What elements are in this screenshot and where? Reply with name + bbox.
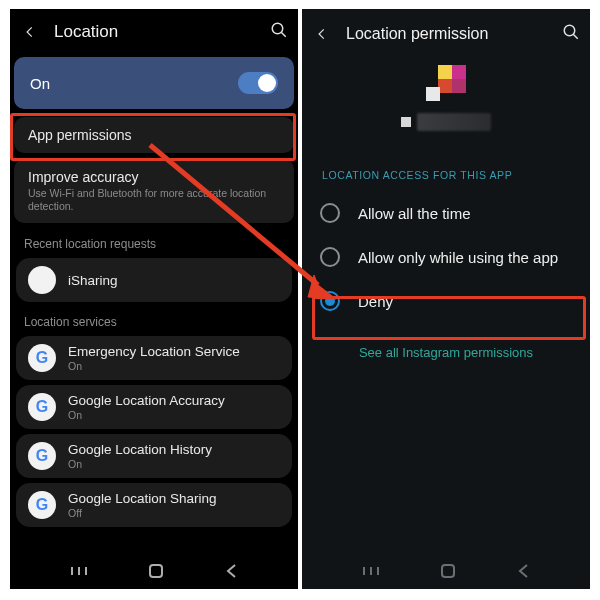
svg-point-0 <box>272 23 283 34</box>
home-icon[interactable] <box>439 562 457 584</box>
google-app-icon: G <box>28 393 56 421</box>
permission-section-caption: LOCATION ACCESS FOR THIS APP <box>302 141 590 191</box>
composite-screenshot: Location On App permissions Improve accu… <box>0 0 600 600</box>
page-title: Location <box>54 22 118 42</box>
search-icon[interactable] <box>562 23 580 45</box>
recent-apps-icon[interactable] <box>361 564 381 582</box>
radio-unselected-icon[interactable] <box>320 247 340 267</box>
obscured-text <box>417 113 491 131</box>
service-state: On <box>68 360 240 372</box>
google-app-icon: G <box>28 344 56 372</box>
service-name: Emergency Location Service <box>68 344 240 359</box>
obscured-square-icon <box>401 117 411 127</box>
home-icon[interactable] <box>147 562 165 584</box>
toggle-label: On <box>30 75 50 92</box>
location-master-toggle[interactable]: On <box>14 57 294 109</box>
service-emergency-location[interactable]: G Emergency Location Service On <box>16 336 292 380</box>
service-state: On <box>68 409 225 421</box>
service-google-location-sharing[interactable]: G Google Location Sharing Off <box>16 483 292 527</box>
back-icon[interactable] <box>312 24 332 44</box>
google-app-icon: G <box>28 442 56 470</box>
service-name: Google Location History <box>68 442 212 457</box>
option-label: Deny <box>358 293 393 310</box>
search-icon[interactable] <box>270 21 288 43</box>
google-app-icon: G <box>28 491 56 519</box>
option-deny[interactable]: Deny <box>302 279 590 323</box>
radio-selected-icon[interactable] <box>320 291 340 311</box>
app-name: iSharing <box>68 273 118 288</box>
app-permissions-label: App permissions <box>28 127 280 143</box>
radio-unselected-icon[interactable] <box>320 203 340 223</box>
option-allow-while-using[interactable]: Allow only while using the app <box>302 235 590 279</box>
svg-point-6 <box>564 25 575 36</box>
option-allow-all-time[interactable]: Allow all the time <box>302 191 590 235</box>
nav-back-icon[interactable] <box>224 563 240 583</box>
left-screen-location-settings: Location On App permissions Improve accu… <box>10 9 298 589</box>
improve-accuracy-row[interactable]: Improve accuracy Use Wi-Fi and Bluetooth… <box>14 159 294 223</box>
see-all-permissions-link[interactable]: See all Instagram permissions <box>302 323 590 382</box>
toggle-switch-on-icon[interactable] <box>238 72 278 94</box>
page-title: Location permission <box>346 25 488 43</box>
svg-rect-11 <box>442 565 454 577</box>
recent-requests-header: Recent location requests <box>10 229 298 253</box>
svg-line-7 <box>573 34 578 39</box>
service-state: Off <box>68 507 217 519</box>
option-label: Allow only while using the app <box>358 249 558 266</box>
back-icon[interactable] <box>20 22 40 42</box>
app-bar: Location <box>10 9 298 55</box>
recent-apps-icon[interactable] <box>69 564 89 582</box>
option-label: Allow all the time <box>358 205 471 222</box>
app-bar: Location permission <box>302 9 590 59</box>
improve-accuracy-desc: Use Wi-Fi and Bluetooth for more accurat… <box>28 187 280 213</box>
service-name: Google Location Accuracy <box>68 393 225 408</box>
improve-accuracy-title: Improve accuracy <box>28 169 280 185</box>
service-state: On <box>68 458 212 470</box>
instagram-app-icon <box>426 65 466 105</box>
svg-rect-5 <box>150 565 162 577</box>
service-name: Google Location Sharing <box>68 491 217 506</box>
service-google-location-history[interactable]: G Google Location History On <box>16 434 292 478</box>
svg-line-1 <box>281 32 286 37</box>
android-nav-bar <box>10 557 298 589</box>
app-header <box>302 59 590 141</box>
right-screen-location-permission: Location permission LOCATION ACCESS FOR … <box>302 9 590 589</box>
android-nav-bar <box>302 557 590 589</box>
recent-app-isharing[interactable]: iSharing <box>16 258 292 302</box>
service-google-location-accuracy[interactable]: G Google Location Accuracy On <box>16 385 292 429</box>
nav-back-icon[interactable] <box>516 563 532 583</box>
app-permissions-row[interactable]: App permissions <box>14 117 294 153</box>
isharing-app-icon <box>28 266 56 294</box>
app-name-obscured <box>401 113 491 131</box>
location-services-header: Location services <box>10 307 298 331</box>
